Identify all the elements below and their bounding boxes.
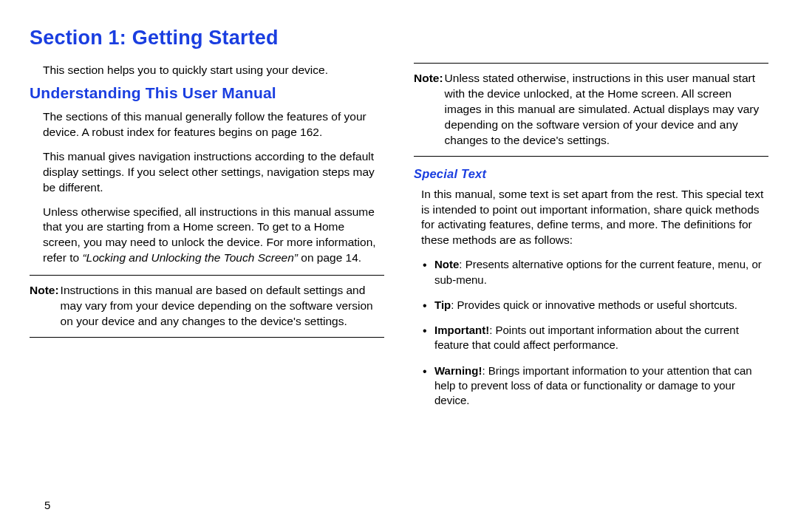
cross-reference: “Locking and Unlocking the Touch Screen” xyxy=(82,251,298,264)
bullet-text: : Presents alternative options for the c… xyxy=(434,258,762,285)
list-item: Warning!: Brings important information t… xyxy=(414,364,768,409)
list-item: Note: Presents alternative options for t… xyxy=(414,257,768,287)
section-title: Section 1: Getting Started xyxy=(30,27,768,50)
paragraph: In this manual, some text is set apart f… xyxy=(414,187,768,249)
list-item: Tip: Provides quick or innovative method… xyxy=(414,298,768,313)
left-column: This section helps you to quickly start … xyxy=(30,63,384,418)
subheading-special-text: Special Text xyxy=(414,167,768,181)
note-text: Instructions in this manual are based on… xyxy=(61,283,384,330)
right-column: Note: Unless stated otherwise, instructi… xyxy=(414,63,768,418)
two-column-layout: This section helps you to quickly start … xyxy=(30,63,768,418)
paragraph: The sections of this manual generally fo… xyxy=(30,109,384,140)
note-label: Note: xyxy=(30,283,61,330)
bullet-lead: Tip xyxy=(434,299,451,311)
subsection-heading: Understanding This User Manual xyxy=(30,84,384,102)
bullet-lead: Warning! xyxy=(434,364,482,377)
bullet-lead: Important! xyxy=(434,324,489,336)
paragraph-part: on page 14. xyxy=(298,251,361,264)
paragraph: Unless otherwise specified, all instruct… xyxy=(30,205,384,267)
list-item: Important!: Points out important informa… xyxy=(414,323,768,353)
note-callout: Note: Instructions in this manual are ba… xyxy=(30,275,384,338)
definition-list: Note: Presents alternative options for t… xyxy=(414,257,768,408)
bullet-lead: Note xyxy=(434,258,459,270)
bullet-text: : Provides quick or innovative methods o… xyxy=(451,299,737,311)
intro-text: This section helps you to quickly start … xyxy=(30,63,384,78)
note-text: Unless stated otherwise, instructions in… xyxy=(445,71,768,149)
note-callout: Note: Unless stated otherwise, instructi… xyxy=(414,63,768,157)
note-label: Note: xyxy=(414,71,445,149)
bullet-text: : Brings important information to your a… xyxy=(434,364,752,407)
paragraph: This manual gives navigation instruction… xyxy=(30,149,384,196)
page-number: 5 xyxy=(44,499,50,511)
